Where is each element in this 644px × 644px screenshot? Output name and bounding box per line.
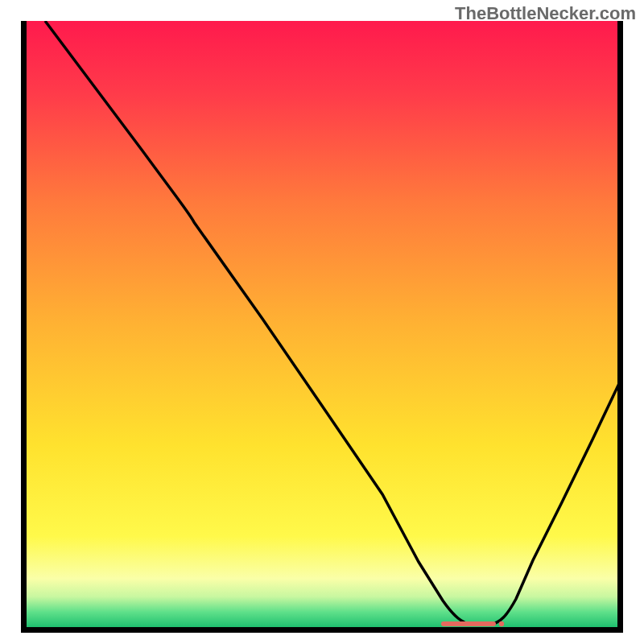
watermark-label: TheBottleNecker.com — [455, 3, 636, 24]
axis-bottom — [21, 627, 623, 633]
svg-rect-0 — [441, 621, 496, 626]
svg-point-1 — [499, 621, 504, 626]
chart-plot — [21, 21, 623, 633]
axis-left — [21, 21, 27, 633]
marker-bar — [441, 621, 504, 626]
chart-background — [27, 21, 617, 627]
axis-right — [617, 21, 623, 633]
chart-container: TheBottleNecker.com — [0, 0, 644, 644]
